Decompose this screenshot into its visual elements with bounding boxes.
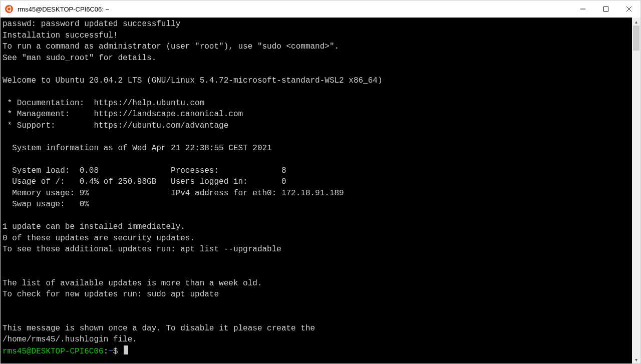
terminal-line [3, 266, 632, 278]
terminal-line [3, 131, 632, 143]
terminal-line [3, 154, 632, 165]
scroll-thumb[interactable] [633, 26, 639, 51]
close-button[interactable] [617, 1, 640, 18]
terminal-line [3, 311, 632, 323]
terminal-line [3, 210, 632, 222]
scroll-up-icon[interactable]: ▴ [632, 18, 640, 26]
window-title: rms45@DESKTOP-CPI6C06: ~ [18, 6, 571, 13]
terminal-line: /home/rms45/.hushlogin file. [3, 334, 632, 345]
terminal-line: The list of available updates is more th… [3, 278, 632, 289]
terminal-line: * Documentation: https://help.ubuntu.com [3, 98, 632, 109]
terminal-line: Swap usage: 0% [3, 199, 632, 210]
svg-rect-5 [604, 7, 608, 12]
terminal-line: Welcome to Ubuntu 20.04.2 LTS (GNU/Linux… [3, 75, 632, 87]
titlebar[interactable]: rms45@DESKTOP-CPI6C06: ~ [1, 1, 640, 18]
terminal-line: To check for new updates run: sudo apt u… [3, 289, 632, 300]
terminal-window: rms45@DESKTOP-CPI6C06: ~ passwd: passwor… [0, 0, 641, 364]
svg-point-1 [7, 8, 8, 10]
prompt-user-host: rms45@DESKTOP-CPI6C06 [3, 347, 104, 356]
minimize-button[interactable] [571, 1, 594, 18]
terminal-line: System information as of Wed Apr 21 22:3… [3, 143, 632, 154]
client-area: passwd: password updated successfullyIns… [1, 18, 640, 363]
terminal-line [3, 255, 632, 267]
terminal-line: See "man sudo_root" for details. [3, 53, 632, 64]
terminal-line: 1 update can be installed immediately. [3, 221, 632, 233]
maximize-button[interactable] [594, 1, 617, 18]
terminal-prompt[interactable]: rms45@DESKTOP-CPI6C06:~$ [3, 345, 632, 357]
terminal-line: passwd: password updated successfully [3, 19, 632, 30]
terminal-line: Memory usage: 9% IPv4 address for eth0: … [3, 188, 632, 199]
scroll-down-icon[interactable]: ▾ [632, 355, 640, 363]
terminal-line: This message is shown once a day. To dis… [3, 323, 632, 334]
svg-point-0 [5, 5, 13, 13]
scrollbar[interactable]: ▴ ▾ [632, 18, 640, 363]
window-controls [571, 1, 640, 18]
terminal-line: * Management: https://landscape.canonica… [3, 109, 632, 120]
prompt-separator: : [104, 347, 109, 356]
cursor [124, 345, 128, 354]
terminal-line: To run a command as administrator (user … [3, 41, 632, 53]
terminal-line: * Support: https://ubuntu.com/advantage [3, 120, 632, 132]
terminal-line [3, 86, 632, 98]
terminal-line: Usage of /: 0.4% of 250.98GB Users logge… [3, 176, 632, 188]
terminal-line: To see these additional updates run: apt… [3, 244, 632, 255]
terminal-line: System load: 0.08 Processes: 8 [3, 165, 632, 177]
terminal-line: Installation successful! [3, 30, 632, 42]
terminal-line [3, 300, 632, 312]
terminal-line: 0 of these updates are security updates. [3, 233, 632, 244]
prompt-path: ~ [108, 347, 113, 356]
ubuntu-icon [5, 5, 14, 14]
terminal-output[interactable]: passwd: password updated successfullyIns… [1, 18, 632, 363]
terminal-line [3, 64, 632, 75]
prompt-symbol: $ [113, 347, 118, 356]
